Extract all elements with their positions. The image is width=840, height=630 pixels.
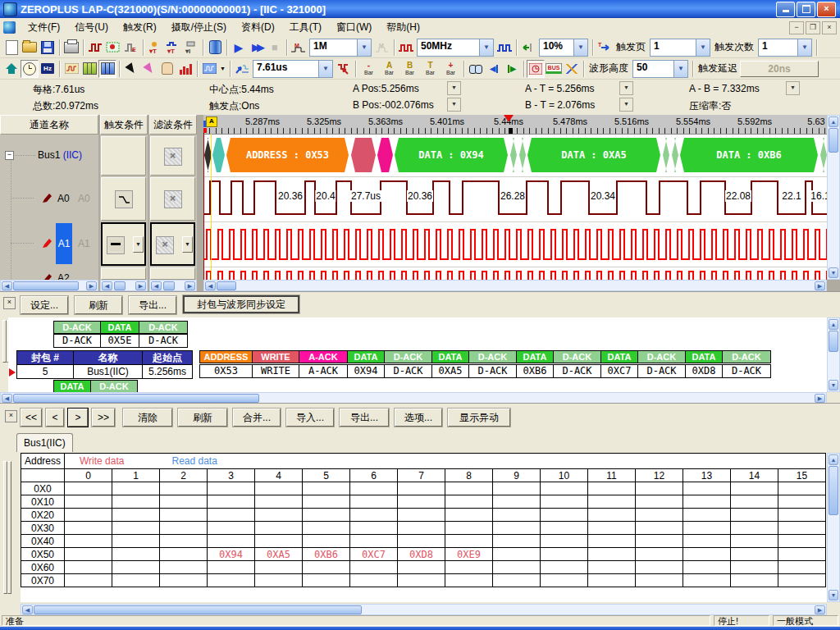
- monitor-cell[interactable]: [208, 561, 255, 574]
- capture-setup-icon[interactable]: [104, 39, 122, 57]
- monitor-cell[interactable]: [778, 522, 826, 535]
- a-pos-dropdown[interactable]: ▼: [447, 81, 461, 95]
- first-page-button[interactable]: <<: [21, 409, 42, 427]
- menu-window[interactable]: 窗口(W): [329, 18, 379, 37]
- clock-icon[interactable]: [21, 60, 39, 78]
- monitor-close-icon[interactable]: ×: [5, 410, 17, 422]
- tab-bus1-iic[interactable]: Bus1(IIC): [16, 433, 73, 452]
- monitor-cell[interactable]: [112, 522, 160, 535]
- monitor-cell[interactable]: [778, 509, 826, 522]
- bus-decode-block[interactable]: DATA : 0X94: [395, 138, 508, 172]
- waveform-vscrollbar[interactable]: ▲ ▼: [827, 115, 840, 280]
- monitor-cell[interactable]: [588, 495, 636, 509]
- packet-field-value[interactable]: WRITE: [252, 364, 299, 378]
- monitor-cell[interactable]: [683, 522, 731, 535]
- monitor-cell[interactable]: [208, 482, 255, 495]
- monitor-cell[interactable]: [398, 561, 445, 574]
- options-button[interactable]: 选项...: [395, 409, 442, 427]
- channel-bus1-label[interactable]: Bus1 (IIC): [38, 149, 82, 161]
- packet-field-value[interactable]: 0XC7: [600, 364, 638, 378]
- wave-mode-icon[interactable]: [200, 60, 218, 78]
- monitor-cell[interactable]: [683, 561, 731, 574]
- close-button[interactable]: ×: [817, 2, 836, 17]
- export-button[interactable]: 导出...: [340, 409, 389, 427]
- zoom-wave-icon[interactable]: [233, 60, 251, 78]
- new-file-icon[interactable]: [2, 39, 21, 57]
- monitor-cell[interactable]: [636, 522, 683, 535]
- monitor-cell[interactable]: [160, 495, 208, 509]
- monitor-cell[interactable]: [636, 482, 683, 495]
- monitor-cell[interactable]: [683, 495, 731, 509]
- monitor-cell[interactable]: [683, 535, 731, 548]
- a-t-dropdown[interactable]: ▼: [619, 81, 633, 95]
- bus-decode-block[interactable]: [663, 138, 669, 172]
- packet-vscrollbar[interactable]: ▲ ▼: [827, 317, 840, 392]
- menu-tools[interactable]: 工具(T): [282, 18, 329, 37]
- display-ratio-combo[interactable]: 10%▼: [539, 39, 588, 57]
- stop-icon[interactable]: ■: [266, 39, 284, 57]
- monitor-cell[interactable]: [683, 574, 731, 587]
- bus-decode-block[interactable]: DATA : 0XB6: [680, 138, 818, 172]
- wave-mode-dropdown-icon[interactable]: ▼: [218, 60, 227, 78]
- hand-icon[interactable]: [158, 60, 176, 78]
- menu-signal[interactable]: 信号(U): [67, 18, 116, 37]
- monitor-cell[interactable]: [255, 495, 303, 509]
- packet-close-icon[interactable]: ×: [3, 297, 16, 309]
- last-page-button[interactable]: >>: [92, 409, 115, 427]
- monitor-cell[interactable]: [541, 574, 588, 587]
- monitor-cell[interactable]: 0X94: [208, 548, 255, 561]
- home-icon[interactable]: [2, 60, 21, 78]
- monitor-cell[interactable]: [303, 482, 350, 495]
- channel-hscrollbar[interactable]: ◀ ▶: [0, 280, 98, 291]
- monitor-cell[interactable]: [588, 574, 636, 587]
- monitor-cell[interactable]: [541, 509, 588, 522]
- monitor-cell[interactable]: 0XB6: [303, 548, 350, 561]
- monitor-cell[interactable]: [636, 495, 683, 509]
- monitor-cell[interactable]: [65, 535, 112, 548]
- find-icon[interactable]: [467, 60, 485, 78]
- monitor-cell[interactable]: [65, 561, 112, 574]
- channel-name-header[interactable]: 通道名称: [0, 115, 98, 135]
- monitor-cell[interactable]: [541, 482, 588, 495]
- monitor-cell[interactable]: [160, 561, 208, 574]
- monitor-cell[interactable]: [65, 482, 112, 495]
- channel-a1-selected[interactable]: A1: [56, 223, 72, 264]
- monitor-cell[interactable]: [731, 522, 778, 535]
- monitor-cell[interactable]: [112, 509, 160, 522]
- monitor-cell[interactable]: [445, 509, 493, 522]
- b-pos-dropdown[interactable]: ▼: [447, 98, 461, 112]
- trigger-column-header[interactable]: 触发条件: [100, 115, 148, 135]
- monitor-cell[interactable]: [493, 509, 541, 522]
- trigger-dropdown-icon[interactable]: ▼: [133, 236, 144, 253]
- menu-capture-stop[interactable]: 摄取/停止(S): [164, 18, 234, 37]
- monitor-cell[interactable]: [160, 535, 208, 548]
- monitor-cell[interactable]: [350, 509, 398, 522]
- monitor-cell[interactable]: [65, 574, 112, 587]
- monitor-cell[interactable]: [208, 495, 255, 509]
- monitor-cell[interactable]: [398, 574, 445, 587]
- packet-field-value[interactable]: D-ACK: [384, 364, 432, 378]
- add-bar-button[interactable]: +Bar: [441, 60, 461, 78]
- minimize-button[interactable]: [776, 2, 795, 17]
- monitor-cell[interactable]: [731, 561, 778, 574]
- waveform-view-icon[interactable]: [62, 60, 80, 78]
- capture-wave-icon[interactable]: [86, 39, 104, 57]
- a0-pen-icon[interactable]: [41, 193, 52, 204]
- monitor-cell[interactable]: [160, 522, 208, 535]
- trigger-position-icon[interactable]: [504, 115, 514, 122]
- monitor-cell[interactable]: [493, 561, 541, 574]
- filter-hscrollbar[interactable]: ◀ ▶: [149, 280, 197, 291]
- monitor-cell[interactable]: [778, 535, 826, 548]
- monitor-cell[interactable]: [303, 561, 350, 574]
- monitor-cell[interactable]: [778, 574, 826, 587]
- monitor-cell[interactable]: [398, 509, 445, 522]
- trigger-page-icon[interactable]: T: [596, 39, 614, 57]
- import-button[interactable]: 导入...: [286, 409, 334, 427]
- monitor-cell[interactable]: [588, 482, 636, 495]
- packet-name-value[interactable]: Bus1(IIC): [73, 364, 143, 379]
- repeat-run-icon[interactable]: ▶▶: [248, 39, 266, 57]
- monitor-cell[interactable]: [350, 574, 398, 587]
- packet-sync-button[interactable]: 封包与波形同步设定: [183, 295, 299, 313]
- tree-collapse-icon[interactable]: −: [5, 151, 14, 160]
- bus1-filter-cell[interactable]: ×: [150, 136, 195, 176]
